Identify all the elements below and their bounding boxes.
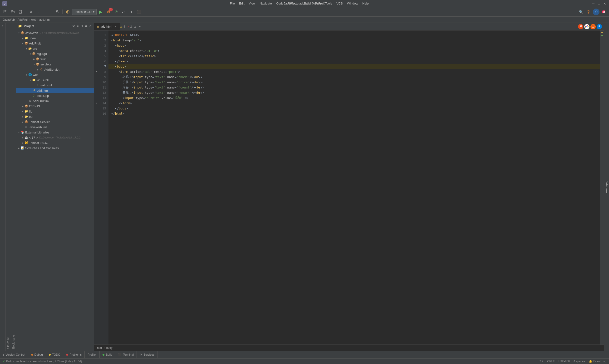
tree-item-addhtml[interactable]: H add.html <box>16 88 94 93</box>
minimize-button[interactable]: ─ <box>591 2 595 5</box>
status-right: 7:7 CRLF UTF-850 4 spaces 🔔 Event Log <box>540 360 606 363</box>
tab-close-addhtml[interactable]: ✕ <box>114 25 117 28</box>
tree-item-jdk17[interactable]: ▶ ☕ < 17 > D:\Developer_Tools\Java\jdk-1… <box>16 135 94 140</box>
update-button[interactable] <box>593 9 599 15</box>
close-button[interactable]: ✕ <box>603 2 607 5</box>
tree-item-addfruitiml[interactable]: ⚙ AddFruit.iml <box>16 98 94 104</box>
bottom-tab-debug[interactable]: Debug <box>28 351 46 358</box>
tree-item-tomcat9[interactable]: ▶ 🐱 Tomcat 9.0.62 <box>16 140 94 145</box>
menu-help[interactable]: Help <box>360 1 371 6</box>
code-area[interactable]: <!DOCTYPE html> <html lang="en"> <head> … <box>108 30 600 344</box>
run-config-selector[interactable]: Tomcat 9.0.62 ▾ <box>72 9 97 15</box>
structure-panel[interactable]: Structure <box>5 23 11 351</box>
todo-label: TODO <box>52 353 60 356</box>
git-user-button[interactable] <box>54 9 60 15</box>
sync-button[interactable]: ↺ <box>28 9 35 15</box>
title-bar-title: JavaWeb - add.html [AddFruit] <box>284 2 325 5</box>
forward-button[interactable]: → <box>43 9 50 15</box>
menu-vcs[interactable]: VCS <box>335 1 345 6</box>
fold-arrow-14[interactable]: ▾ <box>96 102 97 104</box>
menu-navigate[interactable]: Navigate <box>258 1 273 6</box>
ph-settings-icon[interactable]: ⚙ <box>72 24 75 28</box>
indent-setting[interactable]: 4 spaces <box>573 360 585 363</box>
bottom-tab-services[interactable]: ⚙ Services <box>137 351 157 358</box>
save-button[interactable] <box>17 9 24 15</box>
more-run-button[interactable]: ▾ <box>128 9 135 15</box>
run-button[interactable]: ▶ <box>98 9 104 15</box>
tree-item-externallibs[interactable]: ▾ 📚 External Libraries <box>16 130 94 135</box>
profiler-button[interactable] <box>120 9 127 15</box>
new-file-button[interactable] <box>2 9 9 15</box>
bookmarks-panel[interactable]: Bookmarks <box>11 23 16 351</box>
warn-up-arrow[interactable]: ▲ <box>134 25 137 28</box>
tree-item-atguigu[interactable]: ▾ 📦 atguigu <box>16 51 94 56</box>
warn-down-arrow[interactable]: ▼ <box>138 25 141 28</box>
back-button[interactable]: ← <box>36 9 42 15</box>
menu-view[interactable]: View <box>247 1 257 6</box>
warning-count: ⚠ 4 <box>120 25 125 28</box>
tree-item-out[interactable]: ▶ 📂 out <box>16 114 94 119</box>
bottom-tab-build[interactable]: Build <box>100 351 115 358</box>
ph-close-icon[interactable]: ✕ <box>89 24 92 28</box>
menu-edit[interactable]: Edit <box>237 1 246 6</box>
tree-item-servlets[interactable]: ▾ 📦 servlets <box>16 62 94 67</box>
gutter-line-9 <box>94 74 98 79</box>
breadcrumb-addhtml[interactable]: add.html <box>39 18 50 21</box>
editor-tab-addhtml[interactable]: H add.html ✕ <box>94 23 120 30</box>
breadcrumb-web[interactable]: web <box>31 18 36 21</box>
ph-expand-icon[interactable]: ≡ <box>76 24 79 28</box>
fold-arrow-8[interactable]: ▾ <box>96 70 97 73</box>
tree-item-scratches[interactable]: ▶ 📝 Scratches and Consoles <box>16 145 94 151</box>
bottom-tab-problems[interactable]: Problems <box>63 351 85 358</box>
breadcrumb-javawebroot[interactable]: JavaWeb <box>3 18 15 21</box>
tree-item-webxml[interactable]: X web.xml <box>16 83 94 88</box>
tree-item-javawebroot[interactable]: ▾ 📦 JavaWeb D:\Projects\IdeaProjects\Jav… <box>16 30 94 36</box>
tree-item-tomcat-servlet[interactable]: ▶ 📦 Tomcat-Servlet <box>16 119 94 124</box>
browser-icon-edge[interactable]: E <box>597 24 602 29</box>
tree-item-addservlet[interactable]: ▶ C AddServlet <box>16 67 94 72</box>
encoding[interactable]: UTF-850 <box>558 360 570 363</box>
path-body[interactable]: body <box>106 346 113 350</box>
search-everywhere-button[interactable]: 🔍 <box>578 9 584 15</box>
menu-window[interactable]: Window <box>345 1 360 6</box>
browser-icon-chrome[interactable] <box>584 24 589 29</box>
bottom-tab-terminal[interactable]: ⬛ Terminal <box>115 351 137 358</box>
bottom-tab-profiler[interactable]: Profiler <box>85 351 100 358</box>
tab-label-addhtml: add.html <box>100 25 112 28</box>
breadcrumb-addfruit[interactable]: AddFruit <box>18 18 28 21</box>
tree-item-addfruit[interactable]: ▾ 📦 AddFruit <box>16 41 94 46</box>
maximize-button[interactable]: □ <box>597 2 601 5</box>
debug-button[interactable]: 1 1 <box>105 9 112 15</box>
bottom-tab-versioncontrol[interactable]: ↕ Version Control <box>0 351 28 358</box>
browser-icon-firefox[interactable]: 🦊 <box>590 24 596 29</box>
browser-icon-1[interactable]: IE <box>578 24 583 29</box>
tree-item-javawebiml[interactable]: ⚙ JavaWeb.iml <box>16 124 94 130</box>
tree-item-idea[interactable]: ▶ 📁 .idea <box>16 36 94 41</box>
menu-file[interactable]: File <box>228 1 237 6</box>
ph-gear-icon[interactable]: ⚙ <box>84 24 88 28</box>
right-tab[interactable]: Database <box>604 23 609 351</box>
tree-arrow-cssjs: ▶ <box>21 104 24 108</box>
tree-item-web[interactable]: ▾ 🌐 web <box>16 72 94 77</box>
svg-text:IJ: IJ <box>603 11 605 13</box>
tree-item-lib[interactable]: ▶ 📁 lib <box>16 109 94 114</box>
stop-button[interactable]: ⬛ <box>136 9 142 15</box>
tree-item-cssjs[interactable]: ▶ 📦 CSS-JS <box>16 104 94 109</box>
coverage-button[interactable] <box>113 9 119 15</box>
tree-item-fruit[interactable]: ▶ 📦 fruit <box>16 56 94 62</box>
tree-item-indexjsp[interactable]: J index.jsp <box>16 93 94 98</box>
settings-button[interactable] <box>585 9 592 15</box>
tree-icon-addservlet: C <box>39 67 43 71</box>
ph-collapse-icon[interactable]: ⊟ <box>80 24 83 28</box>
line-num-4: 4 <box>98 48 106 53</box>
tree-item-webinf[interactable]: ▾ 📁 WEB-INF <box>16 77 94 83</box>
path-html[interactable]: html <box>97 346 103 350</box>
tree-icon-tomcat9: 🐱 <box>24 141 28 145</box>
project-sidebar-icon[interactable]: P <box>0 24 5 28</box>
open-button[interactable] <box>10 9 16 15</box>
bottom-tab-todo[interactable]: TODO <box>46 351 63 358</box>
line-ending[interactable]: CRLF <box>547 360 555 363</box>
cursor-position[interactable]: 7:7 <box>540 360 544 363</box>
tree-item-src[interactable]: ▾ 📂 src <box>16 46 94 51</box>
event-log[interactable]: 🔔 Event Log <box>589 360 606 363</box>
